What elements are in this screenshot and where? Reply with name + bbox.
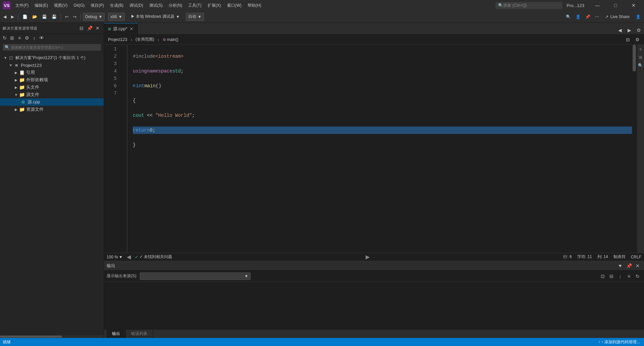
save-button[interactable]: 💾 — [40, 12, 49, 21]
sidebar-sync-btn[interactable]: ↕ — [31, 35, 38, 41]
tree-item-headers[interactable]: ▶ 📁 头文件 — [0, 84, 104, 91]
editor-vertical-scrollbar[interactable] — [632, 45, 637, 253]
new-file-button[interactable]: 📄 — [20, 12, 30, 21]
status-tab-type[interactable]: 制表符 — [613, 254, 626, 260]
close-button[interactable]: ✕ — [626, 0, 641, 11]
run-dropdown-arrow: ▼ — [176, 14, 180, 19]
toolbar-pin-btn[interactable]: 📌 — [583, 12, 592, 21]
output-collapse-btn[interactable]: ▼ — [616, 262, 624, 269]
live-share-button[interactable]: ↗ Live Share — [602, 13, 633, 20]
menu-project[interactable]: 项目(P) — [88, 1, 107, 10]
undo-button[interactable]: ↩ — [63, 12, 70, 21]
source-control-btn[interactable]: ↑ ↑ 添加到源代码管理... — [597, 339, 641, 345]
status-nav-left[interactable]: ◀ — [127, 254, 131, 260]
sidebar-collapse-all-btn[interactable]: ⊞ — [9, 35, 15, 41]
tab-scroll-left-btn[interactable]: ◀ — [616, 26, 624, 34]
menu-extensions[interactable]: 扩展(X) — [205, 1, 224, 10]
code-line-7: } — [133, 141, 632, 149]
code-content[interactable]: #include<iostream> using namespace std; … — [127, 45, 632, 253]
sidebar-settings-btn[interactable]: ⚙ — [23, 35, 30, 41]
output-panel-header: 输出 ▼ 📌 ✕ — [104, 261, 644, 270]
right-activity-btn-3[interactable]: 🔍 — [637, 62, 644, 69]
menu-debug[interactable]: 调试(D) — [127, 1, 146, 10]
output-pin-btn[interactable]: 📌 — [625, 262, 633, 269]
output-toolbar-btn-4[interactable]: ≡ — [625, 273, 633, 280]
output-toolbar-btn-5[interactable]: ↻ — [634, 273, 641, 280]
error-status[interactable]: ✓ ✓ 未找到相关问题 — [135, 254, 172, 260]
sidebar-close-btn[interactable]: ✕ — [94, 25, 101, 32]
title-search-box[interactable]: 🔍 搜索 (Ctrl+Q) — [495, 2, 562, 9]
search-icon: 🔍 — [498, 3, 503, 8]
debug-config-dropdown[interactable]: Debug ▼ — [83, 13, 105, 21]
maximize-button[interactable]: □ — [608, 0, 623, 11]
tab-close-btn[interactable]: ✕ — [129, 27, 133, 31]
sidebar-horizontal-scrollbar[interactable] — [0, 335, 104, 338]
forward-button[interactable]: ▶ — [9, 12, 16, 21]
platform-dropdown[interactable]: x86 ▼ — [108, 13, 124, 21]
breadcrumb-function[interactable]: ⊚ main() — [161, 37, 180, 43]
status-nav-right[interactable]: ▶ — [366, 254, 370, 260]
right-activity-btn-2[interactable]: ⊞ — [637, 54, 644, 61]
editor-settings-btn[interactable]: ⚙ — [633, 36, 641, 44]
status-line-ending[interactable]: CRLF — [631, 255, 641, 259]
tree-item-source-files[interactable]: ▼ 📁 源文件 — [0, 91, 104, 98]
references-label: 引用 — [26, 69, 101, 76]
live-share-label: Live Share — [610, 14, 630, 19]
breadcrumb-sep-1: › — [130, 37, 133, 42]
tab-scroll-right-btn[interactable]: ▶ — [625, 26, 633, 34]
minimize-button[interactable]: — — [590, 0, 605, 11]
user-profile-btn[interactable]: 👤 — [634, 12, 643, 21]
menu-view[interactable]: 视图(V) — [51, 1, 70, 10]
back-button[interactable]: ◀ — [1, 12, 8, 21]
tab-source-cpp[interactable]: ⊞ 源.cpp* ✕ — [104, 23, 138, 34]
menu-build[interactable]: 生成(B) — [107, 1, 126, 10]
sidebar-filter-btn[interactable]: ≡ — [16, 35, 23, 41]
breadcrumb-scope[interactable]: (全局范围) — [134, 36, 156, 43]
redo-button[interactable]: ↪ — [71, 12, 78, 21]
toolbar-profile-btn[interactable]: 👤 — [574, 12, 583, 21]
panel-tab-output[interactable]: 输出 — [107, 330, 126, 338]
right-activity-btn-1[interactable]: ≡ — [637, 46, 644, 53]
menu-window[interactable]: 窗口(W) — [224, 1, 244, 10]
zoom-level[interactable]: 100 % ▼ — [107, 255, 123, 259]
sidebar-collapse-btn[interactable]: ⊟ — [78, 25, 85, 32]
tab-file-icon: ⊞ — [108, 27, 111, 31]
tree-item-resources[interactable]: ▶ 📁 资源文件 — [0, 106, 104, 113]
menu-help[interactable]: 帮助(H) — [245, 1, 264, 10]
menu-git[interactable]: Git(G) — [71, 2, 87, 9]
run-button[interactable]: ▶ 本地 Windows 调试器 ▼ — [128, 13, 183, 20]
sidebar-show-all-btn[interactable]: 👁 — [38, 35, 45, 41]
open-file-button[interactable]: 📂 — [30, 12, 39, 21]
tree-item-references[interactable]: ▶ 📋 引用 — [0, 69, 104, 76]
menu-file[interactable]: 文件(F) — [13, 1, 31, 10]
tab-settings-btn[interactable]: ⚙ — [635, 26, 643, 34]
sidebar-search-box[interactable]: 🔍 — [3, 44, 101, 51]
toolbar-search-btn[interactable]: 🔍 — [564, 12, 573, 21]
sidebar-pin-btn[interactable]: 📌 — [86, 25, 93, 32]
code-line-2: using namespace std; — [133, 67, 632, 75]
save-all-button[interactable]: 💾 — [50, 12, 59, 21]
window-controls: — □ ✕ — [590, 0, 641, 11]
tree-item-source-cpp[interactable]: ⊞ 源.cpp — [0, 98, 104, 106]
menu-test[interactable]: 测试(S) — [147, 1, 165, 10]
run-target-dropdown[interactable]: 自动 ▼ — [186, 13, 204, 21]
menu-tools[interactable]: 工具(T) — [185, 1, 204, 10]
code-editor[interactable]: 1 2 3 4 5 6 7 #include<iostream> using n… — [104, 45, 632, 253]
tree-item-solution[interactable]: ▼ ⊡ 解决方案"Project123"(1 个项目/共 1 个) — [0, 54, 104, 61]
output-toolbar-btn-3[interactable]: ↓ — [616, 273, 624, 280]
menu-analyze[interactable]: 分析(N) — [166, 1, 185, 10]
menu-edit[interactable]: 编辑(E) — [32, 1, 51, 10]
panel-tab-error-list[interactable]: 错误列表 — [126, 330, 153, 338]
tree-item-external-deps[interactable]: ▶ 📁 外部依赖项 — [0, 76, 104, 84]
editor-split-btn[interactable]: ⊟ — [624, 36, 632, 44]
headers-icon: 📁 — [19, 84, 25, 90]
toolbar-more-btn[interactable]: ⋯ — [593, 12, 601, 21]
sidebar-search-input[interactable] — [11, 45, 99, 49]
output-toolbar-btn-2[interactable]: ⊟ — [608, 273, 615, 280]
output-source-dropdown[interactable]: ▼ — [140, 273, 251, 280]
output-toolbar-btn-1[interactable]: ⊡ — [599, 273, 606, 280]
output-close-btn[interactable]: ✕ — [634, 262, 641, 269]
sidebar-refresh-btn[interactable]: ↻ — [1, 35, 8, 41]
breadcrumb-project[interactable]: Project123 — [107, 37, 128, 43]
tree-item-project[interactable]: ▼ ■ Project123 — [0, 61, 104, 69]
